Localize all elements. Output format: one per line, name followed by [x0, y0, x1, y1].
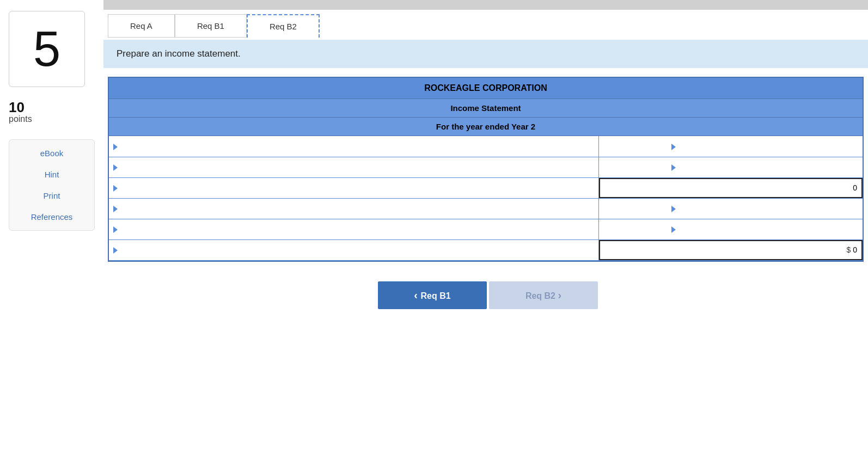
table-row: 0 [109, 177, 863, 198]
question-number-box: 5 [9, 11, 85, 87]
sidebar-link-print[interactable]: Print [9, 187, 94, 205]
company-name: ROCKEAGLE CORPORATION [109, 78, 863, 99]
value-cell-2 [599, 157, 863, 177]
value-input-4[interactable] [680, 204, 858, 213]
tab-req-b2[interactable]: Req B2 [247, 14, 320, 38]
statement-title: Income Statement [109, 99, 863, 118]
arrow-icon-5 [113, 226, 118, 233]
label-input-1[interactable] [122, 142, 506, 151]
label-input-5[interactable] [122, 225, 506, 233]
label-cell-5 [109, 219, 599, 239]
value-cell-5 [599, 219, 863, 239]
arrow-icon-6 [113, 247, 118, 254]
arrow-icon-3 [113, 185, 118, 192]
table-row: $ 0 [109, 239, 863, 260]
points-label: points [9, 114, 95, 124]
sidebar: 5 10 points eBook Hint Print References [0, 0, 103, 455]
prev-button-label: Req B1 [421, 291, 451, 300]
arrow-icon-4 [113, 206, 118, 212]
next-button-label: Req B2 [525, 291, 555, 300]
label-cell-4 [109, 198, 599, 219]
sidebar-link-ebook[interactable]: eBook [9, 144, 94, 162]
label-input-2[interactable] [122, 163, 506, 171]
instructions-bar: Prepare an income statement. [103, 40, 868, 68]
statement-period: For the year ended Year 2 [109, 118, 863, 136]
sidebar-link-references[interactable]: References [9, 208, 94, 226]
bottom-nav: Req B1 Req B2 [108, 270, 868, 325]
arrow-icon-val-5 [671, 226, 676, 233]
arrow-icon-2 [113, 164, 118, 171]
value-cell-1 [599, 136, 863, 157]
main-content: Req A Req B1 Req B2 Prepare an income st… [103, 0, 868, 455]
label-input-4[interactable] [122, 204, 506, 213]
label-cell-1 [109, 136, 599, 157]
arrow-icon-val-4 [671, 206, 676, 212]
label-cell-2 [109, 157, 599, 177]
question-number: 5 [33, 24, 60, 73]
table-row [109, 219, 863, 239]
table-row [109, 198, 863, 219]
dollar-sign: $ [846, 245, 851, 254]
income-statement-table: ROCKEAGLE CORPORATION Income Statement F… [108, 77, 864, 262]
value-display-3: 0 [853, 183, 857, 192]
value-cell-3: 0 [599, 177, 863, 198]
arrow-icon-1 [113, 144, 118, 150]
label-cell-6 [109, 239, 599, 260]
table-row [109, 136, 863, 157]
arrow-icon-val-2 [671, 164, 676, 171]
tab-req-a[interactable]: Req A [108, 14, 175, 38]
points-value: 10 [9, 100, 95, 114]
prev-button[interactable]: Req B1 [378, 281, 487, 309]
tab-req-b1[interactable]: Req B1 [175, 14, 247, 38]
table-row [109, 157, 863, 177]
next-button[interactable]: Req B2 [489, 281, 598, 309]
tabs-row: Req A Req B1 Req B2 [108, 14, 868, 38]
value-input-5[interactable] [680, 225, 858, 233]
value-display-6: 0 [853, 245, 857, 254]
label-input-6[interactable] [122, 245, 506, 254]
value-input-2[interactable] [680, 163, 858, 171]
data-table: 0 [109, 136, 863, 261]
label-input-3[interactable] [122, 183, 506, 192]
instructions-text: Prepare an income statement. [117, 48, 241, 59]
value-input-1[interactable] [680, 142, 858, 151]
value-cell-4 [599, 198, 863, 219]
points-section: 10 points [9, 100, 95, 124]
label-cell-3 [109, 177, 599, 198]
value-cell-6: $ 0 [599, 239, 863, 260]
arrow-icon-val-1 [671, 144, 676, 150]
sidebar-link-hint[interactable]: Hint [9, 165, 94, 183]
top-bar [103, 0, 868, 10]
sidebar-links: eBook Hint Print References [9, 139, 95, 231]
